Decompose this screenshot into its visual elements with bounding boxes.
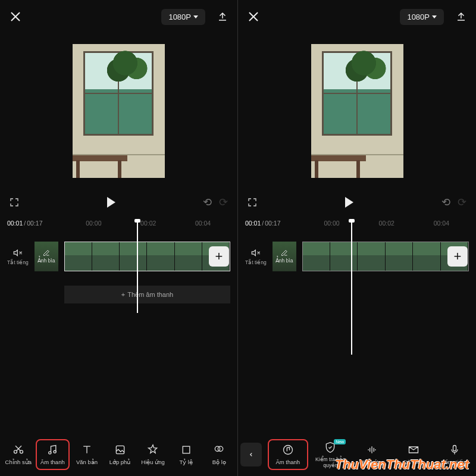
add-audio-track[interactable]: + Thêm âm thanh	[64, 286, 230, 303]
svg-rect-5	[183, 446, 190, 453]
video-preview[interactable]	[73, 44, 165, 178]
tool-voiceover[interactable]: Lồng tiếng	[436, 440, 474, 469]
main-toolbar: Chỉnh sửa Âm thanh Văn bản Lớp phủ Hiệu …	[0, 433, 237, 476]
mute-button[interactable]: Tắt tiếng	[7, 248, 29, 265]
close-icon[interactable]	[10, 11, 21, 23]
cover-label: Ảnh bìa	[275, 258, 293, 264]
export-icon[interactable]	[456, 11, 466, 22]
ruler-ticks: 00:0000:0200:04	[304, 220, 469, 227]
tool-edit[interactable]: Chỉnh sửa	[2, 440, 35, 469]
add-clip-button[interactable]: +	[447, 246, 468, 267]
undo-icon[interactable]: ⟲	[441, 196, 450, 209]
tool-copyright-check[interactable]: New Kiểm tra bản quyền	[312, 438, 350, 472]
playhead[interactable]	[137, 221, 138, 313]
export-icon[interactable]	[217, 11, 228, 22]
add-clip-button[interactable]: +	[209, 246, 229, 267]
preview-area	[238, 33, 476, 188]
tool-effects[interactable]: Hiệu ứng	[137, 440, 169, 469]
svg-point-2	[49, 452, 51, 454]
svg-point-3	[54, 450, 56, 453]
chevron-down-icon	[193, 15, 198, 18]
tool-ratio[interactable]: Tỷ lệ	[170, 440, 202, 469]
plus-icon: +	[121, 291, 125, 298]
undo-redo-group: ⟲ ⟳	[441, 196, 466, 209]
editor-screen-main: 1080P ⟲ ⟳	[0, 0, 238, 476]
current-time: 00:01	[7, 220, 23, 227]
playback-controls: ⟲ ⟳	[0, 188, 237, 217]
new-badge: New	[334, 439, 346, 444]
playhead[interactable]	[351, 221, 352, 355]
tool-audio-sounds[interactable]: Âm thanh	[268, 439, 308, 470]
chevron-down-icon	[432, 15, 437, 18]
audio-toolbar: Âm thanh New Kiểm tra bản quyền Hiệu ứng…	[238, 433, 476, 476]
current-time: 00:01	[245, 220, 261, 227]
total-time: 00:17	[27, 220, 42, 227]
video-preview[interactable]	[311, 44, 403, 178]
back-button[interactable]	[240, 443, 262, 466]
undo-redo-group: ⟲ ⟳	[203, 196, 228, 209]
timeline-track[interactable]: Tắt tiếng Ảnh bìa +	[238, 230, 476, 283]
redo-icon[interactable]: ⟳	[458, 196, 466, 209]
play-icon[interactable]	[345, 197, 353, 208]
tool-filter[interactable]: Bộ lọ	[203, 440, 235, 469]
time-ruler[interactable]: 00:01 / 00:17 00:0000:0200:04	[238, 217, 476, 230]
svg-point-8	[283, 446, 292, 455]
top-right-group: 1080P	[400, 9, 466, 25]
redo-icon[interactable]: ⟳	[219, 196, 228, 209]
editor-screen-audio: 1080P ⟲ ⟳	[238, 0, 476, 476]
svg-rect-9	[453, 446, 456, 451]
mute-label: Tắt tiếng	[245, 259, 267, 265]
timeline-track[interactable]: Tắt tiếng Ảnh bìa +	[0, 230, 237, 283]
playback-controls: ⟲ ⟳	[238, 188, 476, 217]
tool-text[interactable]: Văn bản	[71, 440, 103, 469]
mute-button[interactable]: Tắt tiếng	[245, 248, 267, 265]
cover-label: Ảnh bìa	[37, 258, 55, 264]
cover-thumbnail[interactable]: Ảnh bìa	[273, 242, 296, 271]
ruler-ticks: 00:0000:0200:04	[66, 220, 230, 227]
fullscreen-icon[interactable]	[248, 198, 257, 207]
mute-label: Tắt tiếng	[7, 259, 29, 265]
top-bar: 1080P	[0, 0, 237, 33]
resolution-label: 1080P	[407, 12, 430, 21]
top-bar: 1080P	[238, 0, 476, 33]
cover-thumbnail[interactable]: Ảnh bìa	[35, 242, 58, 271]
tool-audio[interactable]: Âm thanh	[36, 439, 70, 470]
close-icon[interactable]	[248, 11, 259, 23]
resolution-dropdown[interactable]: 1080P	[400, 9, 444, 25]
tool-overlay[interactable]: Lớp phủ	[104, 440, 136, 469]
add-audio-label: Thêm âm thanh	[127, 291, 173, 298]
top-right-group: 1080P	[161, 9, 228, 25]
tool-audio-effects[interactable]: Hiệu ứng	[353, 440, 391, 469]
tool-extracted[interactable]: Đã trích	[394, 440, 433, 469]
undo-icon[interactable]: ⟲	[203, 196, 212, 209]
video-clip[interactable]	[64, 242, 230, 271]
resolution-dropdown[interactable]: 1080P	[161, 9, 205, 25]
time-ruler[interactable]: 00:01 / 00:17 00:0000:0200:04	[0, 217, 237, 230]
play-icon[interactable]	[107, 197, 115, 208]
fullscreen-icon[interactable]	[10, 198, 19, 207]
preview-area	[0, 33, 237, 188]
resolution-label: 1080P	[168, 12, 191, 21]
total-time: 00:17	[265, 220, 280, 227]
svg-point-7	[218, 446, 223, 451]
video-clip[interactable]	[302, 242, 469, 271]
